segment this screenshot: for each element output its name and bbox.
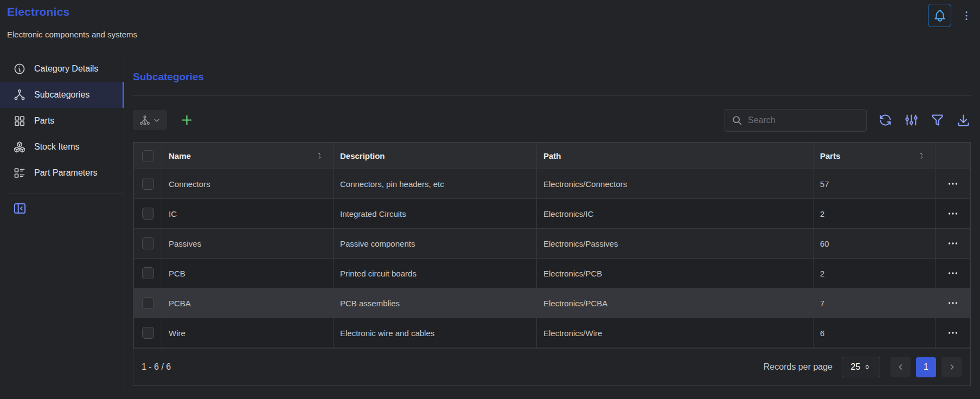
- download-button[interactable]: [956, 113, 971, 127]
- cell-description: Printed circuit boards: [334, 259, 537, 288]
- row-checkbox-cell: [134, 199, 162, 229]
- plus-icon: [180, 113, 194, 127]
- page-header: Electronics Electronic components and sy…: [0, 0, 980, 54]
- refresh-button[interactable]: [878, 113, 893, 127]
- cell-path: Electronics/Connectors: [537, 169, 814, 199]
- overflow-menu-button[interactable]: [959, 8, 973, 24]
- row-actions-button[interactable]: [944, 175, 962, 193]
- table-settings-button[interactable]: [904, 113, 919, 127]
- filter-button[interactable]: [930, 113, 945, 127]
- cell-description: Connectors, pin headers, etc: [334, 169, 537, 199]
- sidebar: Category Details Subcategories: [0, 54, 124, 399]
- table-row[interactable]: Wire Electronic wire and cables Electron…: [134, 318, 970, 348]
- row-actions-button[interactable]: [944, 294, 962, 312]
- add-subcategory-button[interactable]: [180, 113, 194, 127]
- row-actions-button[interactable]: [944, 204, 962, 223]
- dots-vertical-icon: [960, 10, 972, 22]
- records-per-page-select[interactable]: 25: [842, 357, 880, 377]
- cell-description: Integrated Circuits: [334, 199, 537, 229]
- table-row-highlighted[interactable]: PCBA PCB assemblies Electronics/PCBA 7: [134, 288, 970, 318]
- column-header-parts[interactable]: Parts: [814, 143, 936, 169]
- row-checkbox[interactable]: [142, 208, 154, 220]
- sidebar-item-label: Stock Items: [34, 142, 80, 152]
- sidebar-item-subcategories[interactable]: Subcategories: [0, 82, 124, 108]
- table-row[interactable]: Passives Passive components Electronics/…: [134, 229, 970, 259]
- row-checkbox[interactable]: [142, 178, 154, 190]
- toolbar-right-group: [725, 109, 971, 132]
- sidebar-item-part-parameters[interactable]: Part Parameters: [0, 160, 124, 186]
- cell-path: Electronics/PCB: [537, 259, 814, 288]
- page-body: Category Details Subcategories: [0, 54, 980, 399]
- previous-page-button[interactable]: [891, 357, 911, 377]
- sidebar-item-stock-items[interactable]: Stock Items: [0, 134, 124, 160]
- search-box[interactable]: [725, 109, 867, 132]
- column-label: Description: [340, 151, 385, 160]
- selector-icon: [863, 363, 871, 371]
- column-label: Path: [543, 151, 561, 160]
- cell-parts: 6: [814, 318, 936, 348]
- sort-icon[interactable]: [917, 151, 925, 160]
- hierarchy-tree-icon: [139, 114, 151, 126]
- table-row[interactable]: Connectors Connectors, pin headers, etc …: [134, 169, 970, 199]
- filter-icon: [930, 113, 945, 127]
- column-header-path: Path: [537, 143, 814, 169]
- table-toolbar: [133, 108, 971, 132]
- select-all-cell: [134, 143, 162, 169]
- column-label: Name: [169, 151, 191, 160]
- cell-name: IC: [162, 199, 334, 229]
- cell-parts: 2: [814, 199, 936, 229]
- list-details-icon: [13, 166, 26, 179]
- row-checkbox-cell: [134, 288, 162, 318]
- tree-view-toggle-button[interactable]: [133, 110, 167, 130]
- row-actions-button[interactable]: [944, 324, 962, 342]
- packages-icon: [13, 140, 26, 153]
- sort-icon[interactable]: [315, 151, 323, 160]
- sidebar-item-label: Category Details: [34, 64, 98, 74]
- header-actions: [928, 4, 973, 27]
- cell-name: Passives: [162, 229, 334, 259]
- cell-parts: 2: [814, 259, 936, 288]
- bell-icon: [933, 9, 947, 23]
- sidebar-item-category-details[interactable]: Category Details: [0, 56, 124, 82]
- cell-name: Wire: [162, 318, 334, 348]
- main-panel: Subcategories: [124, 54, 980, 399]
- row-checkbox-cell: [134, 259, 162, 288]
- table-row[interactable]: PCB Printed circuit boards Electronics/P…: [134, 259, 970, 288]
- notifications-button[interactable]: [928, 4, 951, 27]
- cell-description: Passive components: [334, 229, 537, 259]
- cell-parts: 7: [814, 288, 936, 318]
- column-label: Parts: [820, 151, 841, 160]
- row-checkbox[interactable]: [142, 327, 154, 339]
- table-row[interactable]: IC Integrated Circuits Electronics/IC 2: [134, 199, 970, 229]
- search-input[interactable]: [748, 115, 860, 125]
- row-actions-button[interactable]: [944, 264, 962, 282]
- chevron-right-icon: [947, 363, 956, 371]
- table-footer: 1 - 6 / 6 Records per page 25: [133, 348, 970, 385]
- adjustments-icon: [904, 113, 919, 127]
- page-button-1[interactable]: 1: [916, 357, 936, 377]
- cell-parts: 57: [814, 169, 936, 199]
- pagination-controls: Records per page 25: [764, 357, 962, 377]
- row-checkbox[interactable]: [142, 237, 154, 249]
- column-header-name[interactable]: Name: [162, 143, 334, 169]
- cell-description: PCB assemblies: [334, 288, 537, 318]
- sidebar-collapse-icon: [12, 201, 27, 216]
- page-size-value: 25: [851, 362, 861, 372]
- next-page-button[interactable]: [941, 357, 962, 377]
- info-circle-icon: [13, 62, 26, 75]
- sidebar-item-label: Subcategories: [34, 90, 89, 100]
- cell-path: Electronics/PCBA: [537, 288, 814, 318]
- row-actions-button[interactable]: [944, 234, 962, 253]
- row-checkbox[interactable]: [142, 267, 154, 279]
- select-all-checkbox[interactable]: [142, 150, 154, 162]
- search-icon: [731, 114, 743, 126]
- subcategories-table: Name Description: [133, 142, 971, 386]
- sidebar-item-parts[interactable]: Parts: [0, 108, 124, 134]
- sidebar-collapse-button[interactable]: [12, 201, 27, 216]
- cell-name: PCBA: [162, 288, 334, 318]
- record-range: 1 - 6 / 6: [142, 362, 171, 372]
- row-checkbox[interactable]: [142, 297, 154, 309]
- sidebar-divider: [7, 194, 124, 194]
- chevron-left-icon: [896, 363, 905, 371]
- row-actions-cell: [936, 288, 970, 318]
